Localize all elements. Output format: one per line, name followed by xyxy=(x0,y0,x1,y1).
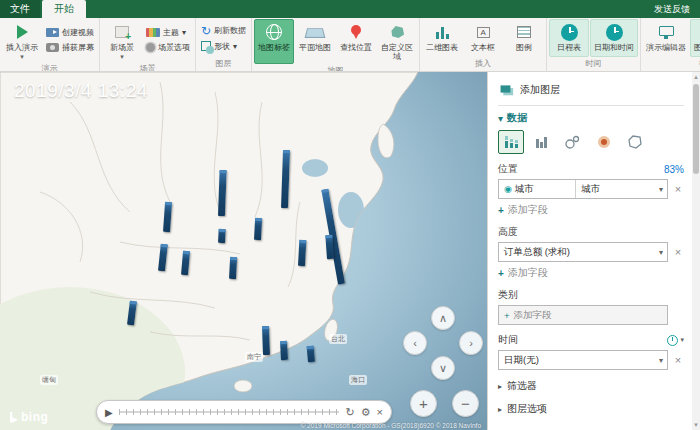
themes-button[interactable]: 主题 ▾ xyxy=(143,26,193,39)
layer-pane-button[interactable]: 图层窗格 xyxy=(690,19,700,57)
remove-height-field-button[interactable]: × xyxy=(672,246,684,258)
refresh-data-button[interactable]: ↻ 刷新数据 xyxy=(198,24,249,38)
capture-screen-button[interactable]: 捕获屏幕 xyxy=(43,41,97,54)
chart-type-bubble[interactable] xyxy=(560,130,586,154)
themes-label: 主题 xyxy=(163,27,179,38)
ribbon: 插入演示 ▾ 创建视频 捕获屏幕 演示 xyxy=(0,18,700,72)
2d-chart-button[interactable]: 二维图表 xyxy=(422,19,462,57)
new-scene-label: 新场景 xyxy=(110,44,134,53)
data-section-header[interactable]: ▾ 数据 xyxy=(498,111,684,125)
rotate-left-button[interactable]: ‹ xyxy=(403,331,427,355)
filters-section[interactable]: ▸ 筛选器 xyxy=(498,379,684,393)
send-feedback-button[interactable]: 发送反馈 xyxy=(644,0,700,18)
2d-chart-label: 二维图表 xyxy=(426,44,458,53)
chart-type-region[interactable] xyxy=(622,130,648,154)
clustered-column-icon xyxy=(534,134,550,150)
time-clock-icon[interactable] xyxy=(667,335,678,346)
data-section-label: 数据 xyxy=(507,111,527,125)
add-height-field-button[interactable]: + 添加字段 xyxy=(498,266,684,280)
flat-map-button[interactable]: 平面地图 xyxy=(295,19,335,64)
timeline-button[interactable]: 日程表 xyxy=(549,19,589,57)
minus-icon: − xyxy=(461,395,470,412)
panel-scrollbar[interactable]: ▲ ▼ xyxy=(692,72,700,430)
plus-icon: + xyxy=(498,205,504,216)
tour-editor-button[interactable]: 演示编辑器 xyxy=(643,19,689,57)
category-add-field[interactable]: + 添加字段 xyxy=(498,305,668,325)
shapes-label: 形状 xyxy=(214,41,230,52)
zoom-in-button[interactable]: + xyxy=(410,390,437,417)
settings-button[interactable]: ⚙ xyxy=(361,407,371,418)
text-box-button[interactable]: A 文本框 xyxy=(463,19,503,57)
group-label-map: 地图 xyxy=(254,64,417,72)
flat-map-icon xyxy=(305,28,326,38)
ribbon-group-view: 演示编辑器 图层窗格 字段列表 视图 xyxy=(641,18,700,71)
location-field-row: ◉ 城市 城市 ▾ × xyxy=(498,179,684,199)
scene-options-button[interactable]: 场景选项 xyxy=(143,41,193,54)
text-box-label: 文本框 xyxy=(471,44,495,53)
legend-icon xyxy=(517,26,531,38)
video-icon xyxy=(46,28,59,37)
scrollbar-thumb[interactable] xyxy=(693,84,699,174)
height-label: 高度 xyxy=(498,225,684,239)
date-time-button[interactable]: 日期和时间 xyxy=(590,19,638,57)
create-video-label: 创建视频 xyxy=(62,27,94,38)
find-location-button[interactable]: 查找位置 xyxy=(336,19,376,64)
find-location-label: 查找位置 xyxy=(340,44,372,53)
chart-type-stacked-column[interactable] xyxy=(498,130,524,154)
group-label-view: 视图 xyxy=(643,57,700,71)
date-time-label: 日期和时间 xyxy=(594,44,634,53)
chevron-down-icon: ▾ xyxy=(680,336,684,344)
custom-regions-button[interactable]: 自定义区域 xyxy=(377,19,417,64)
zoom-out-button[interactable]: − xyxy=(452,390,479,417)
tilt-up-button[interactable]: ∧ xyxy=(431,306,455,330)
time-field-row: 日期(无) ▾ × xyxy=(498,350,684,370)
location-field[interactable]: ◉ 城市 城市 ▾ xyxy=(498,179,668,199)
play-button[interactable]: ▶ xyxy=(105,407,113,418)
playback-bar: ▶ ↻ ⚙ × xyxy=(96,400,392,424)
height-field[interactable]: 订单总额 (求和) ▾ xyxy=(498,242,668,262)
chart-type-heatmap[interactable] xyxy=(591,130,617,154)
3d-maps-window: 文件 开始 发送反馈 插入演示 ▾ 创建视频 xyxy=(0,0,700,430)
time-field[interactable]: 日期(无) ▾ xyxy=(498,350,668,370)
add-location-field-button[interactable]: + 添加字段 xyxy=(498,203,684,217)
file-menu[interactable]: 文件 xyxy=(0,0,40,18)
insert-tour-label: 插入演示 xyxy=(6,44,38,53)
remove-time-field-button[interactable]: × xyxy=(672,354,684,366)
group-label-insert: 插入 xyxy=(422,57,544,71)
map-labels-button[interactable]: 地图标签 xyxy=(254,19,294,64)
layers-icon xyxy=(501,85,511,92)
loop-button[interactable]: ↻ xyxy=(345,407,354,418)
tab-home[interactable]: 开始 xyxy=(42,0,86,18)
region-shape-icon xyxy=(627,134,643,150)
legend-button[interactable]: 图例 xyxy=(504,19,544,57)
scroll-down-arrow[interactable]: ▼ xyxy=(692,420,700,430)
location-geo-type[interactable]: 城市 xyxy=(576,180,659,198)
remove-location-field-button[interactable]: × xyxy=(672,183,684,195)
geocode-percent-link[interactable]: 83% xyxy=(664,164,684,175)
layer-options-section[interactable]: ▸ 图层选项 xyxy=(498,402,684,416)
play-icon xyxy=(17,25,28,39)
map-city-label: 台北 xyxy=(329,334,347,344)
close-playback-button[interactable]: × xyxy=(377,407,383,418)
tilt-down-button[interactable]: ∨ xyxy=(431,356,455,380)
shapes-button[interactable]: 形状 ▾ xyxy=(198,40,249,53)
time-display: 2019/3/4 13:24 xyxy=(14,80,148,102)
timeline-slider[interactable] xyxy=(119,408,340,416)
add-layer-button[interactable]: 添加图层 xyxy=(498,80,684,100)
new-scene-button[interactable]: 新场景 ▾ xyxy=(102,19,142,62)
time-row: 时间 ▾ xyxy=(498,333,684,347)
chevron-down-icon: ▾ xyxy=(659,356,667,365)
rotate-right-button[interactable]: › xyxy=(459,331,483,355)
camera-icon xyxy=(46,43,59,52)
expand-icon: ▸ xyxy=(498,405,502,414)
create-video-button[interactable]: 创建视频 xyxy=(43,26,97,39)
insert-tour-button[interactable]: 插入演示 ▾ xyxy=(2,19,42,62)
flat-map-label: 平面地图 xyxy=(299,44,331,53)
chart-type-clustered-column[interactable] xyxy=(529,130,555,154)
scroll-up-arrow[interactable]: ▲ xyxy=(692,72,700,82)
content: 台北海口南宁缅甸 2019/3/4 13:24 ▶ ↻ ⚙ × ∧ ‹ › ∨ … xyxy=(0,72,700,430)
map-viewport[interactable]: 台北海口南宁缅甸 2019/3/4 13:24 ▶ ↻ ⚙ × ∧ ‹ › ∨ … xyxy=(0,72,487,430)
filters-label: 筛选器 xyxy=(507,379,537,393)
ribbon-group-map: 地图标签 平面地图 查找位置 自定义区域 地图 xyxy=(252,18,420,71)
group-label-scene: 场景 xyxy=(102,62,193,72)
